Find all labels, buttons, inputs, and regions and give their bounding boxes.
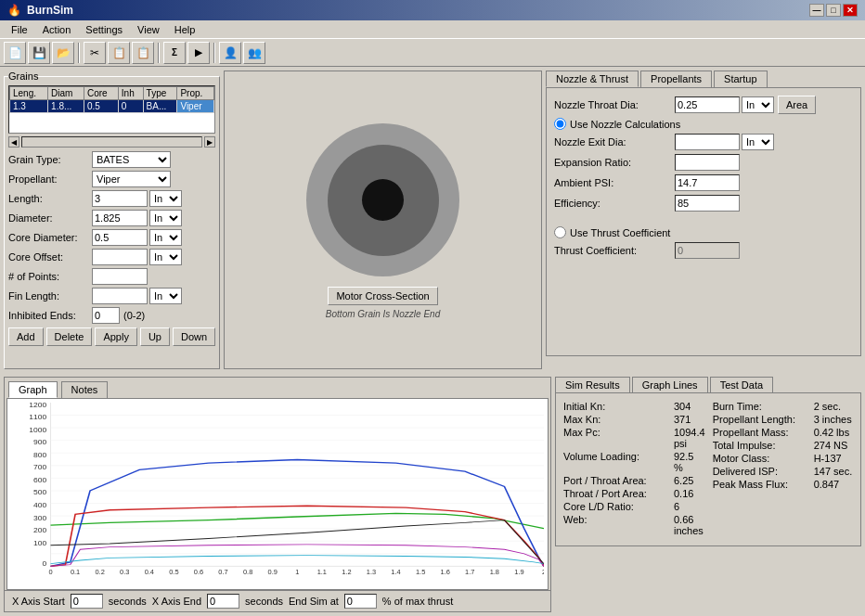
initial-kn-val: 304 — [674, 401, 691, 412]
nozzle-throat-unit[interactable]: In — [742, 96, 774, 113]
svg-text:500: 500 — [33, 489, 47, 496]
sim-row-prop-mass: Propellant Mass: 0.42 lbs — [713, 427, 853, 438]
end-sim-unit: % of max thrust — [382, 596, 453, 607]
diameter-input[interactable] — [92, 210, 148, 226]
fin-length-input[interactable] — [92, 288, 148, 304]
tab-sim-results[interactable]: Sim Results — [555, 377, 630, 392]
efficiency-input[interactable] — [675, 195, 740, 212]
ambient-psi-input[interactable] — [675, 174, 740, 191]
x-axis-end-input[interactable] — [207, 594, 239, 609]
person1-button[interactable]: 👤 — [219, 42, 241, 64]
expansion-ratio-input[interactable] — [675, 154, 740, 171]
tab-startup[interactable]: Startup — [714, 71, 767, 87]
nozzle-exit-row: Nozzle Exit Dia: In — [554, 134, 853, 150]
svg-text:0.3: 0.3 — [120, 570, 129, 575]
menu-file[interactable]: File — [4, 22, 35, 37]
col-type: Type — [143, 87, 177, 100]
tab-graph-lines[interactable]: Graph Lines — [632, 377, 708, 392]
inhibited-ends-input[interactable] — [92, 307, 120, 324]
tab-propellants[interactable]: Propellants — [640, 71, 712, 87]
nozzle-throat-row: Nozzle Throat Dia: In Area — [554, 96, 853, 114]
menu-action[interactable]: Action — [35, 22, 79, 37]
core-diameter-input[interactable] — [92, 229, 148, 246]
scroll-right-button[interactable]: ▶ — [204, 136, 215, 148]
minimize-button[interactable]: — — [809, 4, 824, 17]
x-axis-start-label: X Axis Start — [12, 596, 65, 607]
use-nozzle-calc-row: Use Nozzle Calculations — [554, 118, 853, 130]
area-button[interactable]: Area — [778, 96, 816, 114]
diameter-unit-select[interactable]: In — [149, 210, 182, 226]
core-offset-input[interactable] — [92, 249, 148, 265]
core-diameter-label: Core Diameter: — [8, 232, 92, 243]
toolbar-separator-3 — [213, 43, 215, 63]
svg-text:0.6: 0.6 — [194, 570, 203, 575]
cut-button[interactable]: ✂ — [84, 42, 106, 64]
save-button[interactable]: 💾 — [28, 42, 50, 64]
calc2-button[interactable]: ▶ — [187, 42, 210, 64]
cell-prop: Viper — [177, 100, 214, 113]
up-button[interactable]: Up — [140, 327, 170, 346]
tab-nozzle-thrust[interactable]: Nozzle & Thrust — [546, 71, 639, 87]
motor-cross-section-button[interactable]: Motor Cross-Section — [328, 287, 437, 305]
core-offset-unit-select[interactable]: In — [149, 249, 182, 265]
svg-text:600: 600 — [33, 477, 47, 484]
menu-view[interactable]: View — [130, 22, 167, 37]
tab-test-data[interactable]: Test Data — [710, 377, 773, 392]
graph-panel: Graph Notes 1200 1100 1000 900 800 700 — [4, 377, 551, 612]
delete-button[interactable]: Delete — [46, 327, 93, 346]
new-button[interactable]: 📄 — [4, 42, 26, 64]
nozzle-exit-unit[interactable]: In — [742, 134, 774, 150]
menu-help[interactable]: Help — [167, 22, 203, 37]
nozzle-exit-input[interactable] — [675, 134, 740, 150]
grains-panel: Grains Leng. Diam Core Inh Type Prop. — [4, 71, 220, 369]
x-axis-start-input[interactable] — [71, 594, 103, 609]
svg-text:300: 300 — [33, 514, 47, 521]
end-sim-input[interactable] — [344, 594, 377, 609]
col-length: Leng. — [10, 87, 48, 100]
svg-text:0.2: 0.2 — [96, 570, 105, 575]
core-diameter-row: Core Diameter: In — [8, 229, 215, 246]
grain-scrollbar: ◀ ▶ — [8, 136, 215, 148]
person2-button[interactable]: 👥 — [243, 42, 265, 64]
col-prop: Prop. — [177, 87, 214, 100]
open-button[interactable]: 📂 — [52, 42, 74, 64]
close-button[interactable]: ✕ — [843, 4, 858, 17]
maximize-button[interactable]: □ — [826, 4, 841, 17]
length-unit-select[interactable]: In — [149, 190, 182, 207]
tab-graph[interactable]: Graph — [8, 381, 58, 398]
grain-type-select[interactable]: BATES — [92, 151, 171, 168]
thrust-coeff-row: Thrust Coefficient: — [554, 242, 853, 259]
use-nozzle-calc-radio[interactable] — [554, 118, 566, 130]
motor-class-val: H-137 — [814, 453, 842, 464]
nozzle-throat-input[interactable] — [675, 96, 740, 113]
expansion-ratio-row: Expansion Ratio: — [554, 154, 853, 171]
length-label: Length: — [8, 193, 92, 204]
core-diameter-unit-select[interactable]: In — [149, 229, 182, 246]
total-impulse-val: 274 NS — [814, 440, 848, 451]
add-button[interactable]: Add — [8, 327, 44, 346]
paste-button[interactable]: 📋 — [132, 42, 154, 64]
num-points-input[interactable] — [92, 268, 148, 285]
fin-length-unit-select[interactable]: In — [149, 288, 182, 304]
svg-text:1.9: 1.9 — [514, 570, 523, 575]
svg-text:1.3: 1.3 — [367, 570, 376, 575]
menu-bar: File Action Settings View Help — [0, 20, 865, 39]
use-thrust-coeff-radio[interactable] — [554, 226, 566, 238]
tab-notes[interactable]: Notes — [61, 381, 109, 398]
propellant-select[interactable]: Viper — [92, 171, 171, 187]
thrust-coeff-input[interactable] — [675, 242, 740, 259]
table-row[interactable]: 1.3 1.8... 0.5 0 BA... Viper — [10, 100, 214, 113]
calc1-button[interactable]: Σ — [163, 42, 186, 64]
sim-row-port-throat: Port / Throat Area: 6.25 — [563, 475, 705, 486]
scroll-track[interactable] — [21, 136, 202, 148]
copy-button[interactable]: 📋 — [108, 42, 130, 64]
length-input[interactable] — [92, 190, 148, 207]
col-diameter: Diam — [48, 87, 84, 100]
svg-text:1.1: 1.1 — [317, 570, 327, 575]
menu-settings[interactable]: Settings — [78, 22, 130, 37]
sim-row-delivered-isp: Delivered ISP: 147 sec. — [713, 466, 853, 477]
down-button[interactable]: Down — [173, 327, 215, 346]
scroll-left-button[interactable]: ◀ — [8, 136, 19, 148]
grain-type-label: Grain Type: — [8, 154, 92, 165]
apply-button[interactable]: Apply — [95, 327, 137, 346]
